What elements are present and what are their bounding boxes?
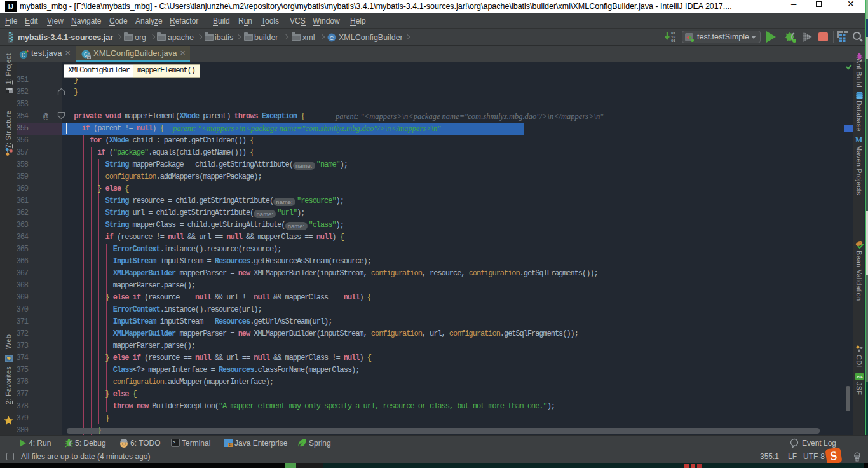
svg-text:JSF: JSF bbox=[856, 375, 863, 379]
svg-text:C: C bbox=[22, 52, 25, 59]
svg-text:C: C bbox=[84, 52, 88, 59]
svg-text:C: C bbox=[330, 34, 334, 41]
svg-text:01: 01 bbox=[671, 39, 676, 43]
